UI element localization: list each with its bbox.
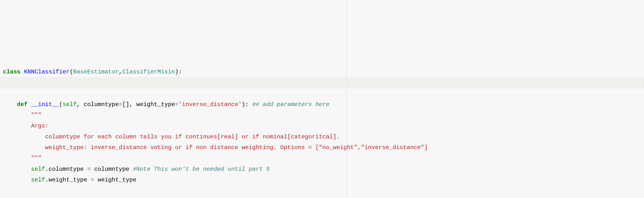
blank-line (3, 188, 6, 194)
docstring-open: """ (3, 112, 42, 118)
comment-note: #Note This won't be needed until part 5 (133, 166, 270, 173)
class-name: KNNClassifier (24, 69, 70, 75)
active-cursor-line[interactable] (0, 78, 644, 88)
docstring-line: weight_type: inverse_distance voting or … (3, 144, 428, 151)
code-line-assign-columntype: self.columntype = columntype #Note This … (3, 166, 270, 173)
base-class-2: ClassifierMixin (122, 69, 175, 75)
docstring-args-header: Args: (3, 123, 48, 129)
code-line-class-def: class KNNClassifier(BaseEstimator,Classi… (3, 69, 182, 75)
method-init: __init__ (31, 101, 59, 108)
docstring-line: columntype for each column tells you if … (3, 134, 340, 140)
keyword-class: class (3, 69, 20, 75)
code-line-assign-weight-type: self.weight_type = weight_type (3, 177, 136, 183)
code-cell[interactable]: class KNNClassifier(BaseEstimator,Classi… (0, 65, 644, 198)
base-class-1: BaseEstimator (73, 69, 119, 75)
docstring-close: """ (3, 155, 42, 162)
code-line-init-def: def __init__(self, columntype=[], weight… (3, 101, 330, 108)
comment-add-params: ## add parameters here (252, 101, 330, 108)
